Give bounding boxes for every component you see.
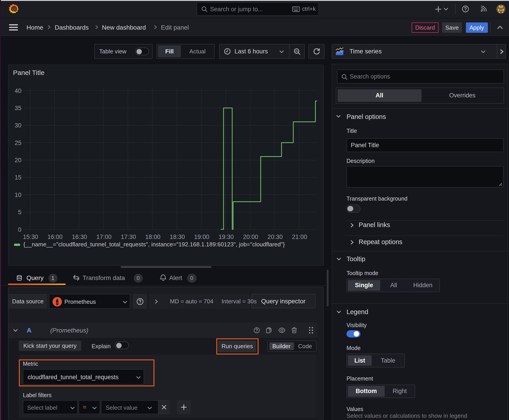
svg-text:15: 15 [15, 174, 21, 181]
svg-text:30: 30 [15, 122, 21, 129]
svg-text:16:00: 16:00 [47, 233, 63, 240]
svg-text:20: 20 [15, 157, 21, 164]
svg-text:18:00: 18:00 [145, 233, 160, 240]
svg-text:10: 10 [15, 192, 21, 198]
svg-text:0: 0 [18, 226, 21, 233]
svg-text:18:30: 18:30 [170, 233, 185, 240]
svg-text:21:00: 21:00 [292, 233, 307, 240]
svg-text:16:30: 16:30 [72, 233, 87, 240]
svg-text:15:30: 15:30 [23, 233, 38, 240]
svg-text:17:30: 17:30 [121, 233, 136, 240]
svg-text:40: 40 [15, 88, 21, 94]
svg-text:35: 35 [15, 105, 21, 112]
svg-text:19:00: 19:00 [194, 233, 209, 240]
svg-text:17:00: 17:00 [96, 233, 112, 240]
svg-text:5: 5 [18, 209, 21, 216]
svg-text:20:30: 20:30 [267, 233, 283, 240]
svg-text:25: 25 [15, 140, 21, 146]
svg-text:20:00: 20:00 [243, 233, 258, 240]
svg-text:19:30: 19:30 [219, 233, 234, 240]
